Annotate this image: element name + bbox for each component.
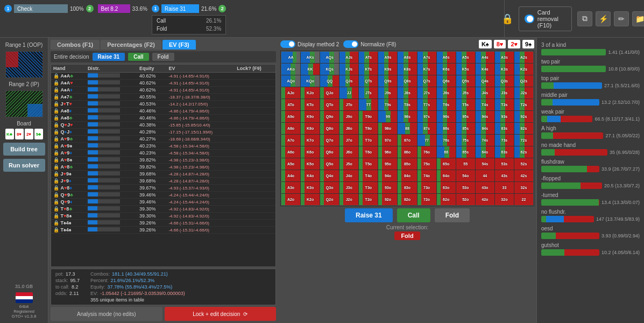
- matrix-cell[interactable]: 86o: [398, 146, 416, 158]
- matrix-cell[interactable]: 75s: [456, 135, 475, 146]
- filter-9-spade[interactable]: 9♠: [522, 40, 534, 48]
- matrix-cell[interactable]: 74s: [476, 135, 494, 146]
- matrix-cell[interactable]: 83s: [495, 123, 514, 134]
- matrix-cell[interactable]: K3s: [495, 64, 514, 75]
- matrix-cell[interactable]: J3o: [339, 182, 358, 193]
- matrix-cell[interactable]: T3o: [359, 182, 378, 193]
- table-row[interactable]: 🔒 A♥8♦ 39.67% -4.93 (-15.37/-4.93/0): [51, 185, 275, 192]
- matrix-cell[interactable]: J7o: [339, 135, 358, 146]
- fold-dropdown-item[interactable]: Fold 52.3%: [152, 25, 225, 33]
- analysis-mode-button[interactable]: Analysis mode (no edits): [51, 307, 162, 321]
- matrix-cell[interactable]: K4s: [476, 64, 494, 75]
- raise-tab[interactable]: Raise 31: [93, 53, 125, 61]
- matrix-cell[interactable]: T8s: [398, 99, 416, 110]
- matrix-cell[interactable]: Q3s: [495, 75, 514, 87]
- call-dropdown-item[interactable]: Call 26.1%: [152, 17, 225, 25]
- matrix-cell[interactable]: 98s: [398, 111, 416, 122]
- normalize-switch[interactable]: [343, 40, 358, 48]
- matrix-cell[interactable]: Q5o: [320, 158, 339, 170]
- table-row[interactable]: 🔒 A♥9♣ 40.27% -18.68 (-18.68/8.34/0): [51, 136, 275, 143]
- matrix-cell[interactable]: 86s: [437, 123, 456, 134]
- matrix-cell[interactable]: 52o: [456, 194, 475, 205]
- share-icon[interactable]: ⚡: [596, 11, 611, 26]
- matrix-cell[interactable]: 96o: [378, 146, 397, 158]
- matrix-cell[interactable]: A2o: [281, 194, 300, 205]
- matrix-cell[interactable]: 94s: [476, 111, 494, 122]
- matrix-cell[interactable]: K5s: [456, 64, 475, 75]
- matrix-cell[interactable]: K8s: [398, 64, 416, 75]
- matrix-cell[interactable]: KQo: [301, 75, 320, 87]
- matrix-cell[interactable]: K9s: [378, 64, 397, 75]
- filter-K-spade[interactable]: K♠: [479, 40, 492, 48]
- matrix-cell[interactable]: Q8s: [398, 75, 416, 87]
- matrix-cell[interactable]: Q3o: [320, 182, 339, 193]
- matrix-cell[interactable]: T9s: [378, 99, 397, 110]
- matrix-cell[interactable]: 73s: [495, 135, 514, 146]
- matrix-cell[interactable]: Q9o: [320, 111, 339, 122]
- matrix-cell[interactable]: Q4o: [320, 170, 339, 181]
- matrix-cell[interactable]: J2s: [514, 87, 533, 99]
- matrix-cell[interactable]: KK: [301, 64, 320, 75]
- matrix-cell[interactable]: 74o: [417, 170, 436, 181]
- matrix-cell[interactable]: 54o: [456, 170, 475, 181]
- matrix-cell[interactable]: 95o: [378, 158, 397, 170]
- matrix-cell[interactable]: J8s: [398, 87, 416, 99]
- matrix-cell[interactable]: J9o: [339, 111, 358, 122]
- matrix-cell[interactable]: 93o: [378, 182, 397, 193]
- matrix-cell[interactable]: J4s: [476, 87, 494, 99]
- copy-icon[interactable]: ⧉: [577, 11, 592, 26]
- matrix-cell[interactable]: A5o: [281, 158, 300, 170]
- matrix-cell[interactable]: 84s: [476, 123, 494, 134]
- matrix-cell[interactable]: KQs: [320, 64, 339, 75]
- matrix-cell[interactable]: 22: [514, 194, 533, 205]
- matrix-cell[interactable]: 65s: [456, 146, 475, 158]
- bet-bar[interactable]: Bet 8.2: [98, 4, 130, 13]
- fold-tab[interactable]: Fold: [152, 53, 174, 61]
- matrix-cell[interactable]: 43o: [476, 182, 494, 193]
- matrix-cell[interactable]: 92s: [514, 111, 533, 122]
- matrix-cell[interactable]: J7s: [417, 87, 436, 99]
- matrix-cell[interactable]: 62o: [437, 194, 456, 205]
- matrix-cell[interactable]: 76s: [437, 135, 456, 146]
- matrix-cell[interactable]: 42o: [476, 194, 494, 205]
- matrix-cell[interactable]: Q7s: [417, 75, 436, 87]
- matrix-cell[interactable]: K7o: [301, 135, 320, 146]
- matrix-cell[interactable]: K8o: [301, 123, 320, 134]
- run-solver-button[interactable]: Run solver: [3, 159, 45, 172]
- raise-big-button[interactable]: Raise 31: [345, 208, 393, 222]
- table-row[interactable]: 🔒 T♠4♠ 39.26% -4.66 (-15.31/-4.66/0): [51, 227, 275, 234]
- matrix-cell[interactable]: K7s: [417, 64, 436, 75]
- matrix-cell[interactable]: T7s: [417, 99, 436, 110]
- matrix-cell[interactable]: J6o: [339, 146, 358, 158]
- call-big-button[interactable]: Call: [397, 208, 430, 222]
- matrix-cell[interactable]: A8s: [398, 52, 416, 63]
- matrix-cell[interactable]: J9s: [378, 87, 397, 99]
- matrix-cell[interactable]: T6s: [437, 99, 456, 110]
- matrix-cell[interactable]: 96s: [437, 111, 456, 122]
- matrix-cell[interactable]: JJ: [339, 87, 358, 99]
- matrix-cell[interactable]: A9o: [281, 111, 300, 122]
- range2-grid[interactable]: [5, 90, 43, 117]
- matrix-cell[interactable]: A6o: [281, 146, 300, 158]
- range1-grid[interactable]: [5, 51, 43, 78]
- matrix-cell[interactable]: 52s: [514, 158, 533, 170]
- call-tab[interactable]: Call: [128, 53, 148, 61]
- matrix-cell[interactable]: T4s: [476, 99, 494, 110]
- matrix-cell[interactable]: 93s: [495, 111, 514, 122]
- matrix-cell[interactable]: 92o: [378, 194, 397, 205]
- matrix-cell[interactable]: J5s: [456, 87, 475, 99]
- matrix-cell[interactable]: AJo: [281, 87, 300, 99]
- matrix-cell[interactable]: K2s: [514, 64, 533, 75]
- matrix-cell[interactable]: A7s: [417, 52, 436, 63]
- matrix-cell[interactable]: Q4s: [476, 75, 494, 87]
- fold-big-button[interactable]: Fold: [435, 208, 470, 222]
- matrix-cell[interactable]: 99: [378, 111, 397, 122]
- matrix-cell[interactable]: KJo: [301, 87, 320, 99]
- matrix-cell[interactable]: Q6o: [320, 146, 339, 158]
- matrix-cell[interactable]: A4s: [476, 52, 494, 63]
- matrix-cell[interactable]: T2o: [359, 194, 378, 205]
- matrix-cell[interactable]: T4o: [359, 170, 378, 181]
- matrix-cell[interactable]: 53o: [456, 182, 475, 193]
- matrix-cell[interactable]: 55: [456, 158, 475, 170]
- table-row[interactable]: 🔒 A♠8♣ 40.46% -4.86 (-14.79/-4.86/0): [51, 115, 275, 122]
